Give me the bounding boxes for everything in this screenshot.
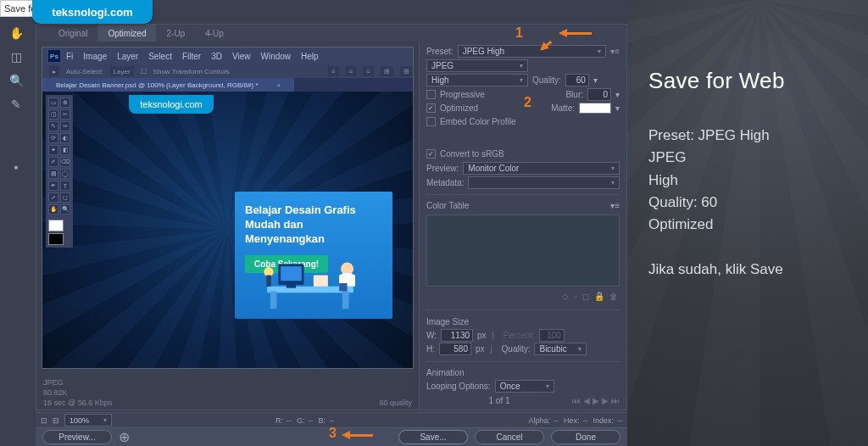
foreground-swatch	[48, 220, 64, 231]
explain-line: Optimized	[648, 214, 853, 236]
zoom-icon[interactable]: 🔍	[7, 71, 25, 90]
preset-dropdown[interactable]: JPEG High▾	[458, 45, 606, 58]
selection-icon[interactable]: ⊟	[53, 416, 59, 425]
ps-doc-tab: Belajar Desain Banner.psd @ 100% (Layer …	[42, 78, 413, 92]
next-frame-icon[interactable]: ▶	[602, 396, 609, 405]
lock-icon[interactable]: 🔒	[594, 292, 604, 301]
metadata-dropdown[interactable]: ▾	[468, 176, 620, 189]
blur-field[interactable]: 0	[587, 88, 611, 101]
ps-menu: Fi Image Layer Select Filter 3D View Win…	[42, 47, 413, 64]
progressive-checkbox[interactable]	[426, 90, 436, 99]
explain-line: Preset: JPEG High	[648, 125, 853, 147]
image-size-section: Image Size W: 1130 px ⌉ Percent: 100 H: …	[426, 315, 620, 356]
optimized-checkbox[interactable]: ✓	[426, 103, 436, 113]
play-icon[interactable]: ▶	[593, 396, 599, 405]
embed-label: Embed Color Profile	[440, 117, 515, 126]
explanation-panel: Save for Web Preset: JPEG High JPEG High…	[627, 0, 868, 446]
menu-item: Filter	[182, 52, 201, 61]
save-button[interactable]: Save...	[398, 430, 468, 444]
frame-counter: 1 of 1	[488, 396, 509, 405]
svg-rect-10	[266, 276, 271, 287]
chevron-down-icon[interactable]: ▾	[615, 90, 620, 99]
percent-field[interactable]: 100	[539, 329, 565, 342]
cancel-button[interactable]: Cancel	[475, 430, 544, 444]
preset-menu-icon[interactable]: ▾≡	[610, 47, 620, 56]
menu-item: View	[232, 52, 251, 61]
optimized-label: Optimized	[440, 103, 478, 113]
outer-tool-column: ✋ ◫ 🔍 ✎ ▪	[7, 24, 31, 176]
color-table-actions: ◇ ▫ ◻ 🔒 🗑	[426, 288, 620, 304]
slice-icon[interactable]: ◫	[7, 47, 25, 66]
chevron-down-icon[interactable]: ▾	[615, 103, 620, 113]
preset-label: Preset:	[426, 47, 453, 56]
svg-rect-2	[342, 291, 349, 309]
opt-label: Auto-Select:	[66, 68, 103, 75]
ct-icon[interactable]: ◇	[562, 292, 569, 301]
zoom-dropdown[interactable]: 100%▾	[64, 414, 112, 426]
annotation-1: 1	[515, 25, 523, 41]
prev-frame-icon[interactable]: ◀	[583, 396, 590, 405]
opt-label: Show Transform Controls	[153, 68, 230, 75]
first-frame-icon[interactable]: ⏮	[572, 396, 581, 405]
progressive-label: Progressive	[440, 90, 485, 99]
tab-original[interactable]: Original	[48, 25, 97, 42]
annotation-2: 2	[524, 95, 531, 110]
blur-label: Blur:	[565, 90, 583, 99]
section-label: Animation	[426, 368, 464, 377]
annotation-arrow	[344, 434, 373, 437]
loop-dropdown[interactable]: Once▾	[495, 380, 554, 393]
loop-label: Looping Options:	[426, 382, 491, 391]
ct-icon[interactable]: ◻	[582, 292, 589, 301]
tab-optimized[interactable]: Optimized	[97, 25, 156, 42]
background-swatch	[48, 233, 64, 245]
embed-profile-checkbox[interactable]	[426, 117, 436, 126]
banner-line: Belajar Desain Grafis	[245, 203, 382, 218]
chevron-down-icon[interactable]: ▾	[593, 75, 598, 85]
preview-column: Ps Fi Image Layer Select Filter 3D View …	[36, 42, 420, 410]
tab-4up[interactable]: 4-Up	[195, 25, 234, 42]
quality-field[interactable]: 60	[565, 74, 589, 86]
svg-rect-8	[339, 283, 347, 291]
explain-line: Jika sudah, klik Save	[648, 259, 853, 281]
matte-swatch[interactable]	[579, 103, 611, 114]
menu-item: Layer	[117, 52, 138, 61]
metadata-label: Metadata:	[426, 178, 464, 187]
screenshot-area: Save fo teksnologi.com ✋ ◫ 🔍 ✎ ▪ Origina…	[0, 0, 627, 446]
watermark-badge-inner: teksnologi.com	[129, 95, 214, 114]
quality-label: Quality:	[532, 75, 561, 85]
width-field[interactable]: 1130	[441, 329, 473, 342]
height-field[interactable]: 580	[439, 343, 471, 355]
eyedropper-icon[interactable]: ✎	[7, 95, 25, 114]
format-dropdown[interactable]: JPEG▾	[426, 59, 528, 72]
settings-column: Preset: JPEG High▾ ▾≡ JPEG▾ High▾ Qualit…	[420, 42, 626, 410]
panel-title: Save for Web	[648, 68, 853, 94]
matte-label: Matte:	[551, 103, 575, 113]
last-frame-icon[interactable]: ⏭	[611, 396, 620, 405]
trash-icon[interactable]: 🗑	[609, 292, 618, 301]
explain-line: Quality: 60	[648, 192, 853, 214]
preview-info: JPEG 80.82K 16 sec @ 56.6 Kbps60 quality	[36, 374, 419, 410]
compression-dropdown[interactable]: High▾	[426, 74, 528, 86]
svg-rect-5	[287, 285, 296, 288]
ps-canvas: ▭⊕ ◫✂ ✎✑ ⟳◐ ✦◧ ✐⌫ ▤◯ ✒T ⬀◻ ✋🔍	[42, 92, 413, 368]
srgb-checkbox[interactable]: ✓	[426, 149, 436, 159]
done-button[interactable]: Done	[551, 430, 620, 444]
resample-dropdown[interactable]: Bicubic▾	[534, 343, 587, 355]
menu-item: Help	[301, 52, 319, 61]
tab-2up[interactable]: 2-Up	[156, 25, 195, 42]
preview-tabs: Original Optimized 2-Up 4-Up	[36, 25, 626, 42]
explain-line: JPEG	[648, 147, 853, 169]
hand-icon[interactable]: ✋	[7, 24, 25, 42]
hand-icon[interactable]: ⊡	[41, 416, 47, 425]
browser-icon[interactable]: ⊕	[119, 429, 130, 445]
preview-button[interactable]: Preview...	[42, 430, 112, 444]
preview-dropdown[interactable]: Monitor Color▾	[463, 162, 620, 175]
watermark-badge: teksnologi.com	[32, 0, 153, 24]
ct-icon[interactable]: ▫	[574, 292, 577, 301]
collapse-icon[interactable]: ▾≡	[610, 201, 620, 210]
menu-item: Image	[83, 52, 107, 61]
doc-title: Belajar Desain Banner.psd @ 100% (Layer …	[49, 78, 264, 92]
save-for-web-dialog: Original Optimized 2-Up 4-Up Ps Fi Image…	[36, 24, 627, 410]
menu-item: Fi	[66, 52, 73, 61]
nested-photoshop-window: Ps Fi Image Layer Select Filter 3D View …	[42, 47, 414, 369]
